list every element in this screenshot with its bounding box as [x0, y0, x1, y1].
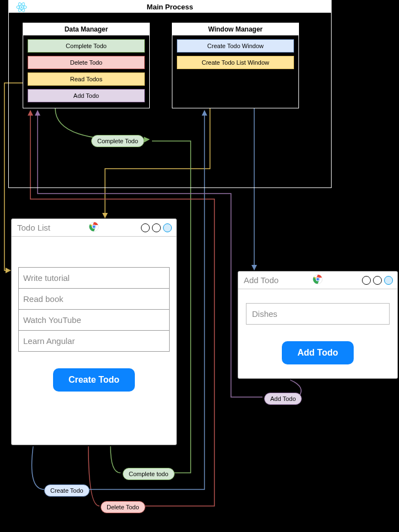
todo-input[interactable] [246, 303, 390, 325]
todo-list-titlebar[interactable]: Todo List [12, 219, 176, 237]
edge-label-complete-todo: Complete Todo [91, 135, 144, 147]
window-manager-title: Window Manager [172, 23, 298, 36]
window-control-min[interactable] [141, 223, 150, 232]
chrome-icon [89, 222, 99, 233]
svg-point-3 [20, 6, 22, 8]
todo-items-list: Write tutorial Read book Watch YouTube L… [18, 267, 170, 352]
main-process-title: Main Process [9, 3, 331, 11]
edge-label-delete-todo: Delete Todo [101, 501, 145, 513]
add-todo-window: Add Todo Add Todo [238, 271, 398, 379]
action-complete-todo: Complete Todo [28, 39, 145, 53]
svg-point-9 [316, 278, 319, 281]
add-todo-titlebar[interactable]: Add Todo [238, 272, 397, 289]
window-control-max[interactable] [152, 223, 161, 232]
create-todo-button[interactable]: Create Todo [53, 368, 135, 392]
add-todo-button[interactable]: Add Todo [282, 341, 353, 364]
todo-item[interactable]: Watch YouTube [19, 310, 169, 331]
todo-item[interactable]: Read book [19, 289, 169, 310]
add-todo-window-title: Add Todo [244, 275, 279, 285]
todo-item[interactable]: Learn Angular [19, 331, 169, 351]
main-process-container: Main Process Data Manager Complete Todo … [8, 0, 332, 188]
svg-point-6 [92, 225, 96, 228]
window-control-max[interactable] [373, 276, 382, 285]
react-icon [15, 2, 28, 14]
data-manager-title: Data Manager [23, 23, 149, 36]
action-create-todo-list-window: Create Todo List Window [177, 56, 294, 69]
todo-list-window: Todo List Write tutorial Read book Watch… [11, 218, 177, 445]
action-add-todo: Add Todo [28, 89, 145, 102]
action-read-todos: Read Todos [28, 72, 145, 86]
window-control-min[interactable] [362, 276, 371, 285]
action-create-todo-window: Create Todo Window [177, 39, 294, 53]
window-control-close[interactable] [163, 223, 172, 232]
window-manager-box: Window Manager Create Todo Window Create… [172, 23, 299, 108]
data-manager-box: Data Manager Complete Todo Delete Todo R… [23, 23, 150, 108]
todo-item[interactable]: Write tutorial [19, 268, 169, 289]
chrome-icon [313, 274, 323, 286]
edge-label-create-todo: Create Todo [44, 484, 90, 497]
todo-list-window-title: Todo List [17, 223, 50, 232]
edge-label-complete-todo-bottom: Complete todo [123, 468, 175, 480]
window-control-close[interactable] [384, 276, 393, 285]
edge-label-add-todo: Add Todo [264, 393, 302, 405]
main-process-titlebar: Main Process [9, 1, 331, 13]
action-delete-todo: Delete Todo [28, 56, 145, 69]
